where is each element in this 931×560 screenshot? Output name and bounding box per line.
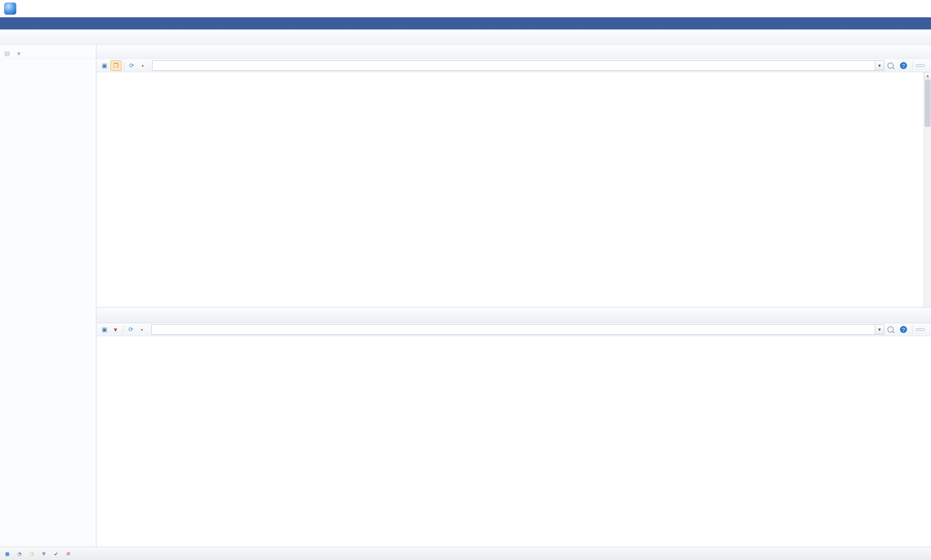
bottom-tab-bar: [97, 307, 931, 323]
bottom-filter-bar: ▣ ▼ ⟳ ▾ ▼ ?: [97, 323, 931, 336]
application-count-badge: [916, 64, 925, 67]
protocol-filter-input[interactable]: [151, 324, 875, 335]
funnel-icon[interactable]: ▼: [110, 325, 121, 334]
file-icon: ❒: [30, 550, 33, 557]
replay-status-icon: ▦: [6, 550, 9, 557]
main-toolbar: [0, 29, 931, 46]
view-tab-bar: [97, 45, 931, 60]
accepted-icon: ✔: [54, 550, 58, 557]
search-icon[interactable]: [887, 62, 894, 69]
protocol-count-badge: [916, 328, 925, 331]
search-icon[interactable]: [887, 326, 894, 333]
help-icon[interactable]: ?: [900, 326, 907, 333]
help-icon[interactable]: ?: [900, 62, 907, 69]
refresh-dropdown-icon[interactable]: ▾: [138, 61, 148, 70]
rejected-icon: ⊘: [66, 550, 70, 557]
restore-button[interactable]: [882, 0, 907, 17]
sidebar-filter-icon[interactable]: ▼: [15, 50, 23, 57]
close-button[interactable]: [907, 0, 931, 17]
app-logo-icon: [4, 2, 17, 15]
application-window: ▤ ▼ ▣ ❒ ⟳ ▾ ▼ ? ▲ ▼: [0, 0, 931, 560]
filter-state-icon: ▼: [42, 550, 46, 557]
export-result-icon[interactable]: ▣: [99, 61, 110, 70]
bottom-panel: ▣ ▼ ⟳ ▾ ▼ ?: [97, 307, 931, 547]
filter-history-dropdown[interactable]: ▼: [875, 60, 884, 71]
title-bar: [0, 0, 931, 18]
menu-bar: [0, 17, 931, 29]
minimize-button[interactable]: [858, 0, 882, 17]
refresh-dropdown-icon[interactable]: ▾: [137, 325, 147, 334]
main-filter-bar: ▣ ❒ ⟳ ▾ ▼ ?: [97, 59, 931, 72]
export-icon[interactable]: ▣: [99, 325, 110, 334]
display-filter-input[interactable]: [152, 60, 875, 71]
node-browser-title: [0, 45, 96, 48]
bandwidth-icon: ◔: [18, 550, 21, 557]
node-browser-panel: ▤ ▼: [0, 45, 96, 547]
table-vscrollbar[interactable]: ▲ ▼: [924, 72, 931, 334]
main-area: ▣ ❒ ⟳ ▾ ▼ ? ▲ ▼ ▣ ▼: [97, 45, 931, 547]
scroll-up-icon[interactable]: ▲: [924, 72, 931, 79]
refresh-icon[interactable]: ⟳: [127, 61, 137, 70]
filter-history-dropdown[interactable]: ▼: [875, 324, 884, 335]
refresh-icon[interactable]: ⟳: [126, 325, 136, 334]
status-bar: ▦ ◔ ❒ ▼ ✔ ⊘: [0, 547, 931, 560]
sidebar-book-icon[interactable]: ▤: [3, 50, 11, 57]
make-graph-icon[interactable]: ❒: [110, 60, 121, 71]
node-tree: [0, 59, 96, 61]
